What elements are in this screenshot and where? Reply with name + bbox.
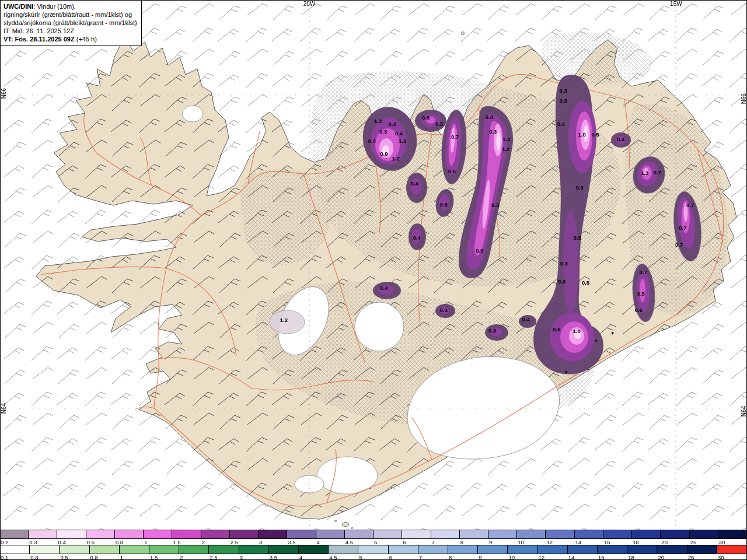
colorbar-swatch (431, 530, 460, 539)
colorbar-tick-label: 0.5 (60, 554, 89, 560)
colorbar-cell: 6 (402, 530, 431, 545)
colorbar-tick-label: 6 (389, 554, 418, 560)
colorbar-cell: 6 (389, 545, 418, 560)
colorbar-swatch (209, 545, 239, 554)
precip-value-label: 0.4 (395, 130, 403, 136)
colorbar-swatch (144, 530, 172, 539)
colorbar-swatch (418, 545, 448, 554)
colorbar-swatch (374, 530, 402, 539)
colorbar-swatch (57, 530, 86, 539)
precip-value-label: 0.5 (448, 168, 456, 174)
colorbar-swatch (632, 530, 661, 539)
latitude-label: N66 (1, 88, 7, 99)
forecast-title: UWC/DINI: Vindur (10m), (4, 2, 137, 10)
colorbar-swatch (538, 545, 568, 554)
latitude-label: N64 (1, 403, 7, 414)
colorbar-cell: 0.5 (86, 530, 115, 545)
colorbar-rain: 0.1 0.3 0.5 0.8 1 1. (0, 545, 747, 560)
precip-value-label: 0.6 (440, 201, 448, 207)
colorbar-swatch (29, 530, 57, 539)
colorbar-tick-label: 1 (120, 554, 149, 560)
colorbar-cell: 2.5 (209, 545, 239, 560)
colorbar-cell: 16 (603, 530, 632, 545)
precip-value-label: 0.4 (486, 113, 493, 120)
colorbar-swatch (299, 545, 329, 554)
colorbar-swatch (460, 530, 488, 539)
precip-value-label: 0.7 (679, 224, 686, 230)
colorbar-tick-label: 5 (358, 554, 388, 560)
colorbar-tick-label: 0.3 (30, 554, 60, 560)
colorbar-swatch (201, 530, 230, 539)
precip-value-label: 0.4 (557, 121, 565, 127)
colorbar-swatch (478, 545, 508, 554)
latitude-label: N66 (740, 93, 746, 104)
precip-value-label: 0.7 (675, 242, 683, 248)
colorbar-swatch (717, 545, 747, 554)
colorbar-tick-label: 1.5 (149, 554, 179, 560)
peak-marker-icon: ▼ (610, 331, 615, 336)
colorbar-swatch (389, 545, 418, 554)
precip-value-label: 1.2 (280, 316, 288, 323)
colorbar-swatch (402, 530, 431, 539)
colorbar-swatch (60, 545, 89, 554)
colorbar-cell: 3 (259, 530, 287, 545)
colorbar-tick-label: 0.8 (90, 554, 120, 560)
colorbar-swatch (172, 530, 201, 539)
colorbar-cell: 0.3 (30, 545, 60, 560)
colorbar-cell: 0.8 (90, 545, 120, 560)
precip-value-label: 1.3 (374, 118, 382, 124)
colorbar-swatch (230, 530, 259, 539)
colorbar-swatch (269, 545, 299, 554)
precip-value-label: 0.3 (560, 88, 567, 94)
colorbar-cell: 5 (358, 545, 388, 560)
colorbar-tick-label: 4 (299, 554, 329, 560)
colorbar-tick-label: 2 (179, 554, 209, 560)
colorbar-cell: 4.5 (329, 545, 358, 560)
colorbar-swatch (0, 545, 30, 554)
colorbar-cell: 14 (575, 530, 603, 545)
colorbar-cell: 3.5 (269, 545, 299, 560)
colorbar-swatch (657, 545, 687, 554)
colorbar-cell: 9 (488, 530, 517, 545)
precip-value-label: 0.4 (411, 180, 418, 187)
colorbar-sleet-snow: 0.2 0.3 0.4 0.5 0.8 (0, 530, 747, 545)
colorbar-swatch (259, 530, 287, 539)
colorbar-swatch (345, 530, 374, 539)
colorbar-swatch (179, 545, 209, 554)
colorbar-swatch (575, 530, 603, 539)
precip-value-label: 0.4 (380, 285, 388, 291)
precip-value-label: 0.3 (489, 128, 497, 135)
precip-value-label: 0.6 (422, 114, 430, 120)
colorbar-tick-label: 8 (448, 554, 478, 560)
colorbar-tick-label: 2.5 (209, 554, 239, 560)
colorbar-swatch (329, 545, 358, 554)
colorbar-cell: 14 (568, 545, 598, 560)
precip-value-label: 0.3 (576, 184, 584, 191)
colorbar-swatch (0, 530, 29, 539)
precip-value-label: 0.6 (635, 307, 643, 313)
colorbar-swatch (149, 545, 179, 554)
colorbar-cell: 3.5 (287, 530, 316, 545)
colorbar-swatch (508, 545, 537, 554)
colorbar-cell: 2 (201, 530, 230, 545)
colorbar-swatch (598, 545, 627, 554)
colorbar-swatch (287, 530, 316, 539)
colorbar-tick-label: 14 (568, 554, 598, 560)
colorbar-swatch (90, 545, 120, 554)
colorbar-cell: 12 (546, 530, 574, 545)
colorbar-cell: 2.5 (230, 530, 259, 545)
precip-value-label: 0.9 (476, 247, 483, 254)
colorbar-cell: 30 (718, 530, 747, 545)
colorbar-cell: 10 (517, 530, 546, 545)
colorbar-cell: 1 (144, 530, 172, 545)
colorbar-cell: 25 (690, 530, 718, 545)
peak-marker-icon: ▼ (594, 338, 598, 343)
colorbar-cell: 9 (478, 545, 508, 560)
colorbar-cell: 0.1 (0, 545, 30, 560)
forecast-info-box: UWC/DINI: Vindur (10m), rigning/skúrir (… (0, 0, 142, 46)
colorbar-swatch (603, 530, 632, 539)
colorbar-swatch (546, 530, 574, 539)
legend-colorbars: 0.2 0.3 0.4 0.5 0.8 (0, 530, 747, 560)
precip-value-label: 0.3 (558, 278, 566, 285)
colorbar-swatch (517, 530, 546, 539)
